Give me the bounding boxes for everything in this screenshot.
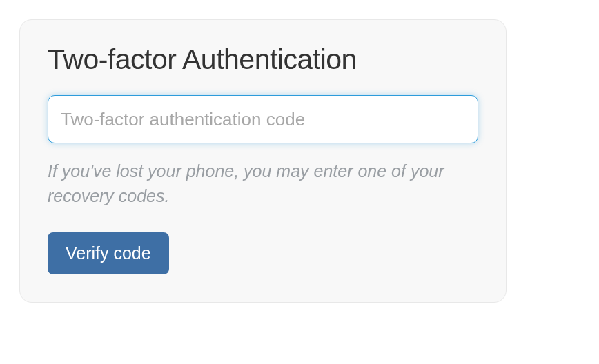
two-factor-panel: Two-factor Authentication If you've lost… [19,19,507,303]
panel-title: Two-factor Authentication [48,43,478,76]
verify-code-button[interactable]: Verify code [48,232,169,274]
recovery-hint: If you've lost your phone, you may enter… [48,159,478,209]
otp-code-input[interactable] [48,95,478,143]
